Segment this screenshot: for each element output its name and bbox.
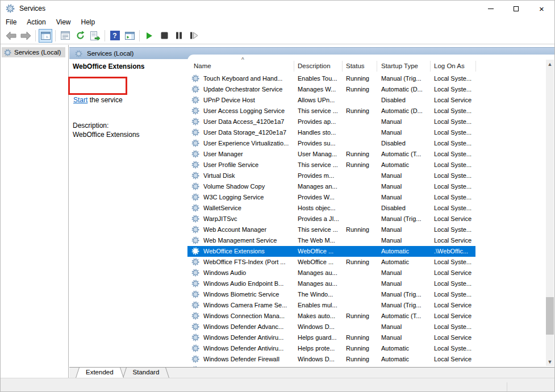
cell-description: Manages an... (298, 181, 341, 192)
table-row[interactable]: User ManagerUser Manag...RunningAutomati… (187, 149, 475, 160)
toolbar-separator (55, 30, 56, 41)
maximize-button[interactable] (503, 1, 529, 16)
column-divider[interactable] (342, 61, 343, 72)
table-row[interactable]: Volume Shadow CopyManages an...ManualLoc… (187, 181, 475, 192)
start-service-link[interactable]: Start (73, 96, 87, 104)
cell-name: User Manager (203, 149, 294, 160)
cell-status (346, 300, 376, 311)
service-gear-icon (191, 128, 199, 137)
menu-help[interactable]: Help (76, 18, 101, 26)
column-header-log-on-as[interactable]: Log On As (434, 62, 465, 69)
tab-standard[interactable]: Standard (127, 368, 165, 378)
table-row[interactable]: User Profile ServiceThis service ...Runn… (187, 160, 475, 170)
table-row[interactable]: Windows Defender Antiviru...Helps prote.… (187, 343, 475, 354)
service-gear-icon (191, 193, 199, 202)
table-row[interactable]: WebOffice FTS-Index (Port ...WebOffice .… (187, 257, 475, 268)
title-bar: Services × (1, 1, 554, 16)
cell-startup-type: Manual (381, 224, 429, 235)
status-bar (1, 378, 554, 391)
column-header-description[interactable]: Description (298, 62, 331, 69)
back-arrow-icon (6, 31, 16, 40)
cell-name: WebOffice FTS-Index (Port ... (203, 257, 294, 268)
stop-icon (161, 32, 168, 39)
table-row[interactable]: Windows Biometric ServiceThe Windo...Man… (187, 289, 475, 300)
table-row[interactable]: WebOffice ExtensionsWebOffice ...Automat… (187, 246, 475, 257)
minimize-button[interactable] (478, 1, 503, 16)
refresh-button[interactable] (73, 29, 87, 43)
help-button[interactable]: ? (108, 29, 122, 43)
tab-extended[interactable]: Extended (80, 368, 119, 378)
show-console-tree-button[interactable] (39, 29, 52, 43)
table-row[interactable]: WalletServiceHosts objec...DisabledLocal… (187, 203, 475, 214)
service-gear-icon (191, 312, 199, 320)
table-row[interactable]: Windows Defender Antiviru...Helps guard.… (187, 332, 475, 343)
cell-name: User Access Logging Service (203, 106, 294, 116)
table-row[interactable]: Update Orchestrator ServiceManages W...R… (187, 84, 475, 95)
table-row[interactable]: W3C Logging ServiceProvides W...ManualLo… (187, 192, 475, 203)
vertical-scrollbar[interactable]: ▲ ▼ (546, 60, 554, 366)
cell-status (346, 192, 376, 203)
column-divider[interactable] (377, 61, 377, 72)
column-divider[interactable] (430, 61, 431, 72)
forward-button[interactable] (19, 29, 32, 43)
properties-icon (61, 31, 70, 40)
services-window: Services × File Action View Help (0, 0, 555, 392)
cell-name: Virtual Disk (203, 170, 294, 181)
pause-service-button[interactable] (172, 29, 186, 43)
cell-description: The Windo... (298, 289, 341, 300)
table-row[interactable]: User Data Storage_4120e1a7Handles sto...… (187, 127, 475, 138)
table-row[interactable]: User Experience Virtualizatio...Provides… (187, 138, 475, 149)
table-row[interactable]: Windows Defender FirewallWindows D...Run… (187, 354, 475, 365)
cell-log-on-as: Local Service (434, 235, 476, 246)
table-row[interactable]: Windows Audio Endpoint B...Manages au...… (187, 278, 475, 289)
cell-log-on-as: .\WebOffic... (434, 246, 476, 257)
scroll-up-icon[interactable]: ▲ (546, 60, 554, 68)
scroll-down-icon[interactable]: ▼ (546, 357, 554, 366)
table-row[interactable]: Windows AudioManages au...ManualLocal Se… (187, 268, 475, 278)
cell-description: WebOffice ... (298, 246, 341, 257)
cell-status: Running (346, 149, 376, 160)
table-row[interactable]: Virtual DiskProvides m...ManualLocal Sys… (187, 170, 475, 181)
cell-log-on-as: Local Service (434, 311, 476, 322)
close-button[interactable]: × (529, 1, 554, 16)
scrollbar-thumb[interactable] (546, 297, 554, 335)
table-row[interactable]: UPnP Device HostAllows UPn...DisabledLoc… (187, 95, 475, 106)
stop-service-button[interactable] (157, 29, 171, 43)
cell-description: The Web M... (298, 235, 341, 246)
column-header-startup-type[interactable]: Startup Type (381, 62, 418, 69)
column-header-status[interactable]: Status (346, 62, 365, 69)
table-row[interactable]: Web Account ManagerThis service ...Runni… (187, 224, 475, 235)
cell-startup-type: Manual (381, 181, 429, 192)
cell-description: Enables mul... (298, 300, 341, 311)
export-list-button[interactable] (88, 29, 102, 43)
cell-log-on-as: Local Service (434, 300, 476, 311)
table-row[interactable]: Windows Camera Frame Se...Enables mul...… (187, 300, 475, 311)
table-row[interactable]: User Data Access_4120e1a7Provides ap...M… (187, 116, 475, 127)
cell-status (346, 268, 376, 278)
services-pane: Services (Local) WebOffice Extensions St… (69, 45, 554, 378)
service-gear-icon (191, 269, 199, 277)
cell-startup-type: Automatic (381, 257, 429, 268)
column-divider[interactable] (475, 61, 476, 72)
start-service-button[interactable] (143, 29, 156, 43)
cell-startup-type: Automatic (D... (381, 84, 429, 95)
column-header-name[interactable]: Name (194, 62, 211, 69)
column-divider[interactable] (294, 61, 294, 72)
table-row[interactable]: Touch Keyboard and Hand...Enables Tou...… (187, 73, 475, 84)
properties-button[interactable] (59, 29, 72, 43)
table-row[interactable]: WarpJITSvcProvides a JI...Manual (Trig..… (187, 214, 475, 224)
menu-action[interactable]: Action (22, 18, 51, 26)
cell-startup-type: Manual (Trig... (381, 289, 429, 300)
service-gear-icon (191, 290, 199, 299)
table-row[interactable]: Windows Connection Mana...Makes auto...R… (187, 311, 475, 322)
table-row[interactable]: Windows Defender Advanc...Windows D...Ma… (187, 322, 475, 332)
menu-view[interactable]: View (51, 18, 76, 26)
back-button[interactable] (4, 29, 18, 43)
cell-description: Provides W... (298, 192, 341, 203)
table-row[interactable]: Web Management ServiceThe Web M...Manual… (187, 235, 475, 246)
table-row[interactable]: User Access Logging ServiceThis service … (187, 106, 475, 116)
restart-service-button[interactable] (187, 29, 201, 43)
tree-item-services-local[interactable]: Services (Local) (2, 47, 65, 57)
show-action-pane-button[interactable] (123, 29, 136, 43)
menu-file[interactable]: File (1, 18, 22, 26)
